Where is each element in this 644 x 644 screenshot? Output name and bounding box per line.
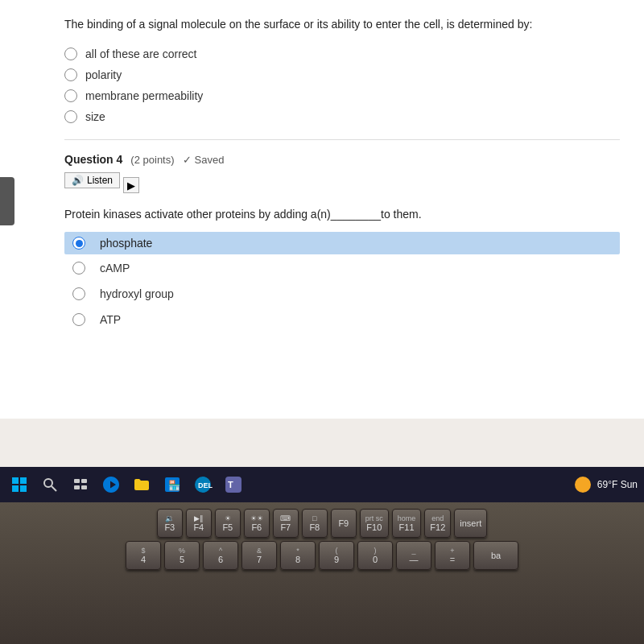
svg-text:DELL: DELL	[198, 481, 213, 489]
play-button[interactable]: ▶	[123, 177, 139, 193]
divider	[64, 139, 620, 140]
q4-radio-2[interactable]	[72, 262, 85, 275]
question4-text: Protein kinases activate other proteins …	[64, 208, 620, 221]
q4-radio-3[interactable]	[72, 287, 85, 300]
q4-option-3[interactable]: hydroxyl group	[64, 282, 620, 306]
question4-header: Question 4 (2 points) ✓ Saved	[64, 153, 620, 166]
screen: The binding of a signal molecule on the …	[0, 0, 644, 467]
svg-rect-6	[74, 479, 80, 483]
play-icon: ▶	[127, 180, 135, 192]
saved-status: ✓ Saved	[183, 154, 225, 166]
svg-rect-0	[12, 477, 19, 484]
svg-rect-9	[81, 485, 87, 489]
svg-rect-7	[81, 479, 87, 483]
svg-rect-2	[12, 485, 19, 492]
key-f8[interactable]: □ F8	[302, 509, 328, 538]
taskbar-start-icon[interactable]	[6, 472, 32, 497]
key-f7[interactable]: ⌨ F7	[273, 509, 299, 538]
key-minus[interactable]: _ —	[396, 541, 431, 570]
listen-button[interactable]: 🔊 Listen	[64, 172, 120, 188]
key-f9[interactable]: F9	[331, 509, 357, 538]
q4-radio-4[interactable]	[72, 313, 85, 326]
windows-icon	[11, 477, 27, 493]
key-f11[interactable]: home F11	[392, 509, 422, 538]
key-f10[interactable]: prt sc F10	[360, 509, 389, 538]
taskbar-taskview[interactable]	[68, 472, 93, 497]
taskbar-explorer[interactable]	[129, 472, 155, 497]
edge-icon	[101, 475, 121, 494]
store-icon: 🏪	[163, 476, 181, 493]
keyboard-row-fn: 🔉 F3 ▶‖ F4 ☀ F5 ☀☀ F6 ⌨ F7 □ F8 F9 prt s…	[0, 509, 644, 538]
question3-text: The binding of a signal molecule on the …	[64, 16, 588, 33]
teams-icon: T	[224, 475, 243, 494]
key-7[interactable]: & 7	[242, 541, 277, 570]
taskbar-edge[interactable]	[98, 472, 124, 497]
q4-option-4[interactable]: ATP	[64, 308, 620, 332]
bookmark-tab	[0, 177, 14, 225]
key-9[interactable]: ( 9	[319, 541, 354, 570]
search-icon	[42, 477, 58, 493]
svg-text:T: T	[228, 480, 233, 489]
q3-radio-4[interactable]	[64, 110, 77, 123]
speaker-icon: 🔊	[72, 175, 84, 186]
content-area: The binding of a signal molecule on the …	[0, 0, 644, 419]
svg-rect-3	[20, 485, 27, 492]
q3-option-4[interactable]: size	[64, 110, 620, 123]
taskbar-dell[interactable]: DELL	[190, 472, 216, 497]
key-6[interactable]: ^ 6	[203, 541, 238, 570]
key-f5[interactable]: ☀ F5	[215, 509, 241, 538]
key-8[interactable]: * 8	[280, 541, 316, 570]
svg-text:🏪: 🏪	[168, 479, 180, 491]
key-f6[interactable]: ☀☀ F6	[244, 509, 270, 538]
q3-radio-2[interactable]	[64, 68, 77, 81]
svg-rect-8	[74, 485, 80, 489]
q3-radio-3[interactable]	[64, 89, 77, 102]
taskbar-search[interactable]	[37, 472, 63, 497]
question3-options: all of these are correct polarity membra…	[64, 47, 620, 123]
q4-option-1[interactable]: phosphate	[64, 232, 620, 254]
key-insert[interactable]: insert	[454, 509, 487, 538]
weather-text: 69°F Sun	[597, 479, 638, 490]
taskview-icon	[72, 477, 89, 493]
key-volume-down[interactable]: 🔉 F3	[157, 509, 183, 538]
key-equals[interactable]: + =	[435, 541, 470, 570]
svg-line-5	[52, 486, 56, 491]
keyboard-row-numbers: $ 4 % 5 ^ 6 & 7 * 8 ( 9 ) 0 _ —	[0, 541, 644, 570]
q4-radio-1[interactable]	[72, 237, 85, 250]
taskbar: 🏪 DELL T 69°F Sun	[0, 467, 644, 502]
q3-option-2[interactable]: polarity	[64, 68, 620, 81]
key-5[interactable]: % 5	[164, 541, 200, 570]
taskbar-teams[interactable]: T	[221, 472, 246, 497]
svg-point-4	[44, 479, 52, 487]
taskbar-right: 69°F Sun	[575, 477, 638, 493]
weather-icon	[575, 477, 591, 493]
question4-options: phosphate cAMP hydroxyl group ATP	[64, 232, 620, 332]
key-f12[interactable]: end F12	[424, 509, 451, 538]
key-0[interactable]: ) 0	[357, 541, 393, 570]
q3-radio-1[interactable]	[64, 47, 77, 60]
key-backspace[interactable]: ba	[473, 541, 518, 570]
folder-icon	[133, 476, 151, 493]
taskbar-store[interactable]: 🏪	[159, 472, 185, 497]
svg-rect-1	[20, 477, 27, 484]
q4-option-2[interactable]: cAMP	[64, 256, 620, 280]
keyboard-area: 🔉 F3 ▶‖ F4 ☀ F5 ☀☀ F6 ⌨ F7 □ F8 F9 prt s…	[0, 502, 644, 644]
dell-icon: DELL	[193, 475, 213, 494]
q3-option-1[interactable]: all of these are correct	[64, 47, 620, 60]
key-play[interactable]: ▶‖ F4	[186, 509, 212, 538]
q3-option-3[interactable]: membrane permeability	[64, 89, 620, 102]
key-4[interactable]: $ 4	[126, 541, 161, 570]
